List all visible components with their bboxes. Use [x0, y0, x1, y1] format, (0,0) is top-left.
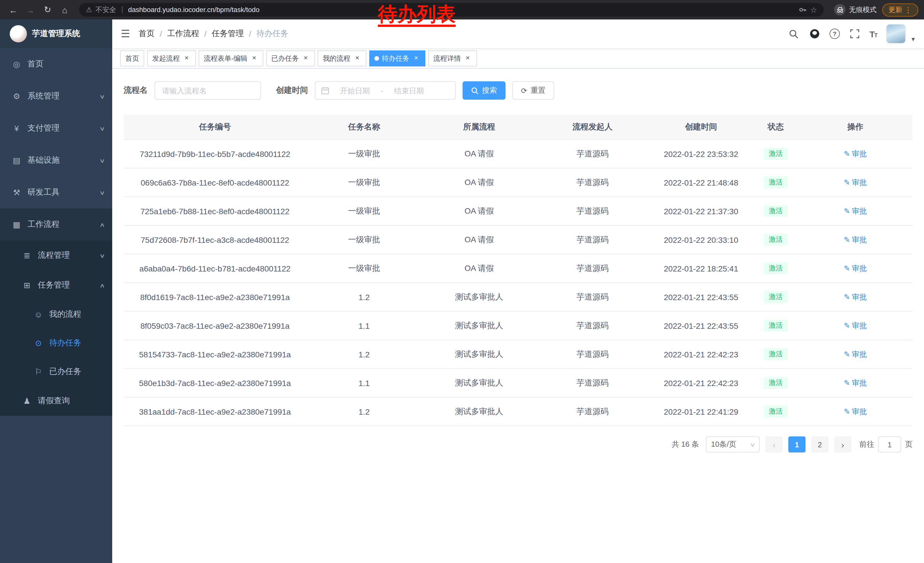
- cell-process: OA 请假: [422, 140, 536, 168]
- sidebar-item-system[interactable]: ⚙ 系统管理 ∨: [0, 80, 112, 112]
- tab-流程表单-编辑[interactable]: 流程表单-编辑 ×: [199, 50, 263, 66]
- sidebar-item-my-process[interactable]: ☺ 我的流程: [0, 300, 112, 329]
- approve-link[interactable]: ✎审批: [844, 263, 867, 273]
- sidebar-item-home[interactable]: ◎ 首页: [0, 48, 112, 80]
- user-avatar[interactable]: [886, 24, 906, 44]
- cell-task-id: a6aba0a4-7b6d-11ec-b781-acde48001122: [124, 254, 306, 283]
- table-row: 73211d9d-7b9b-11ec-b5b7-acde48001122 一级审…: [124, 140, 912, 168]
- breadcrumb-home[interactable]: 首页: [138, 29, 154, 39]
- browser-update-button[interactable]: 更新 ⋮: [882, 3, 918, 17]
- approve-link[interactable]: ✎审批: [844, 149, 867, 159]
- page-content: 流程名 创建时间 - 搜索: [112, 69, 924, 563]
- sidebar-item-process-mgmt[interactable]: ≣ 流程管理 ∨: [0, 240, 112, 270]
- approve-link[interactable]: ✎审批: [844, 349, 867, 359]
- end-date-input[interactable]: [387, 86, 431, 95]
- tab-close-icon[interactable]: ×: [250, 54, 258, 62]
- approve-link[interactable]: ✎审批: [844, 406, 867, 417]
- cell-status: 激活: [753, 340, 798, 369]
- browser-home-button[interactable]: ⌂: [57, 2, 72, 17]
- start-date-input[interactable]: [333, 86, 377, 95]
- tab-已办任务[interactable]: 已办任务 ×: [266, 50, 315, 66]
- sidebar-item-done-task[interactable]: ⚐ 已办任务: [0, 357, 112, 386]
- next-page-button[interactable]: ›: [834, 437, 851, 452]
- column-header: 所属流程: [422, 114, 536, 140]
- cell-process: OA 请假: [422, 168, 536, 197]
- sidebar-toggle-icon[interactable]: ☰: [112, 27, 138, 40]
- edit-icon: ✎: [844, 293, 850, 301]
- cell-task-name: 1.2: [306, 397, 422, 426]
- process-name-input[interactable]: [154, 81, 261, 100]
- password-key-icon[interactable]: [799, 6, 807, 14]
- bookmark-star-icon[interactable]: ☆: [810, 6, 817, 14]
- cell-initiator: 芋道源码: [536, 311, 649, 340]
- incognito-label: 无痕模式: [849, 5, 876, 15]
- sidebar-item-task-mgmt[interactable]: ⊞ 任务管理 ∧: [0, 270, 112, 300]
- avatar-caret-icon[interactable]: ▼: [910, 36, 916, 44]
- sidebar-item-payment[interactable]: ¥ 支付管理 ∨: [0, 112, 112, 144]
- goto-label: 前往: [859, 439, 874, 450]
- help-icon[interactable]: ?: [830, 29, 840, 39]
- active-dot-icon: [374, 56, 379, 61]
- breadcrumb-workflow[interactable]: 工作流程: [167, 29, 199, 39]
- table-row: 8f059c03-7ac8-11ec-a9e2-a2380e71991a 1.1…: [124, 311, 912, 340]
- breadcrumb-task-mgmt[interactable]: 任务管理: [212, 29, 244, 39]
- tab-首页[interactable]: 首页: [120, 50, 144, 66]
- edit-icon: ✎: [844, 236, 850, 244]
- chevron-icon: ∨: [99, 189, 105, 195]
- browser-menu-icon[interactable]: ⋮: [904, 6, 912, 14]
- todo-task-table: 任务编号任务名称所属流程流程发起人创建时间状态操作 73211d9d-7b9b-…: [124, 114, 912, 426]
- cell-action: ✎审批: [798, 225, 912, 254]
- date-range-picker[interactable]: -: [315, 81, 456, 100]
- approve-link[interactable]: ✎审批: [844, 206, 867, 216]
- approve-link[interactable]: ✎审批: [844, 292, 867, 302]
- page-button-2[interactable]: 2: [811, 437, 828, 452]
- search-icon[interactable]: [788, 28, 800, 39]
- cell-task-id: 8f059c03-7ac8-11ec-a9e2-a2380e71991a: [124, 311, 306, 340]
- cell-created-time: 2022-01-22 20:33:10: [649, 225, 753, 254]
- tab-流程详情[interactable]: 流程详情 ×: [428, 50, 477, 66]
- tab-close-icon[interactable]: ×: [302, 54, 310, 62]
- tab-close-icon[interactable]: ×: [353, 54, 361, 62]
- approve-link[interactable]: ✎审批: [844, 234, 867, 245]
- tab-我的流程[interactable]: 我的流程 ×: [318, 50, 366, 66]
- edit-icon: ✎: [844, 378, 850, 387]
- github-icon[interactable]: [809, 28, 820, 39]
- cell-task-id: 381aa1dd-7ac8-11ec-a9e2-a2380e71991a: [124, 397, 306, 426]
- sidebar-item-infrastructure[interactable]: ▤ 基础设施 ∨: [0, 144, 112, 176]
- browser-back-button[interactable]: ←: [6, 2, 21, 17]
- tab-close-icon[interactable]: ×: [183, 54, 190, 62]
- approve-link[interactable]: ✎审批: [844, 177, 867, 188]
- sidebar-item-leave-query[interactable]: ♟ 请假查询: [0, 386, 112, 416]
- tags-view-bar: 首页 发起流程 × 流程表单-编辑 × 已办任务 × 我的流程 × 待办任务 ×…: [112, 49, 924, 69]
- prev-page-button[interactable]: ‹: [765, 437, 783, 452]
- fullscreen-icon[interactable]: [849, 28, 861, 39]
- approve-link[interactable]: ✎审批: [844, 320, 867, 331]
- tab-待办任务[interactable]: 待办任务 ×: [369, 50, 425, 66]
- page-size-select[interactable]: 10条/页 ∨: [706, 437, 760, 452]
- cell-initiator: 芋道源码: [536, 197, 649, 225]
- font-size-icon[interactable]: TT: [870, 29, 878, 39]
- cell-task-id: 73211d9d-7b9b-11ec-b5b7-acde48001122: [124, 140, 306, 168]
- tab-close-icon[interactable]: ×: [464, 54, 472, 62]
- edit-icon: ✎: [844, 150, 850, 158]
- cell-action: ✎审批: [798, 168, 912, 197]
- cell-process: 测试多审批人: [422, 311, 536, 340]
- cell-initiator: 芋道源码: [536, 254, 649, 283]
- search-button[interactable]: 搜索: [463, 81, 506, 100]
- insecure-warning-icon: ⚠: [86, 6, 92, 14]
- sidebar-item-workflow[interactable]: ▦ 工作流程 ∧: [0, 209, 112, 240]
- goto-page-input[interactable]: [878, 437, 901, 452]
- tab-close-icon[interactable]: ×: [412, 54, 420, 62]
- calendar-icon: [321, 87, 329, 95]
- tab-发起流程[interactable]: 发起流程 ×: [147, 50, 196, 66]
- browser-reload-button[interactable]: ↻: [40, 2, 55, 17]
- reset-button[interactable]: ⟳ 重置: [512, 81, 554, 100]
- app-logo[interactable]: 芋道管理系统: [0, 20, 112, 48]
- sidebar-item-devtools[interactable]: ⚒ 研发工具 ∨: [0, 176, 112, 209]
- cell-task-name: 一级审批: [306, 168, 422, 197]
- browser-forward-button[interactable]: →: [23, 2, 38, 17]
- approve-link[interactable]: ✎审批: [844, 378, 867, 388]
- cell-action: ✎审批: [798, 311, 912, 340]
- sidebar-item-todo-task[interactable]: ⊙ 待办任务: [0, 329, 112, 357]
- page-button-1[interactable]: 1: [788, 437, 806, 452]
